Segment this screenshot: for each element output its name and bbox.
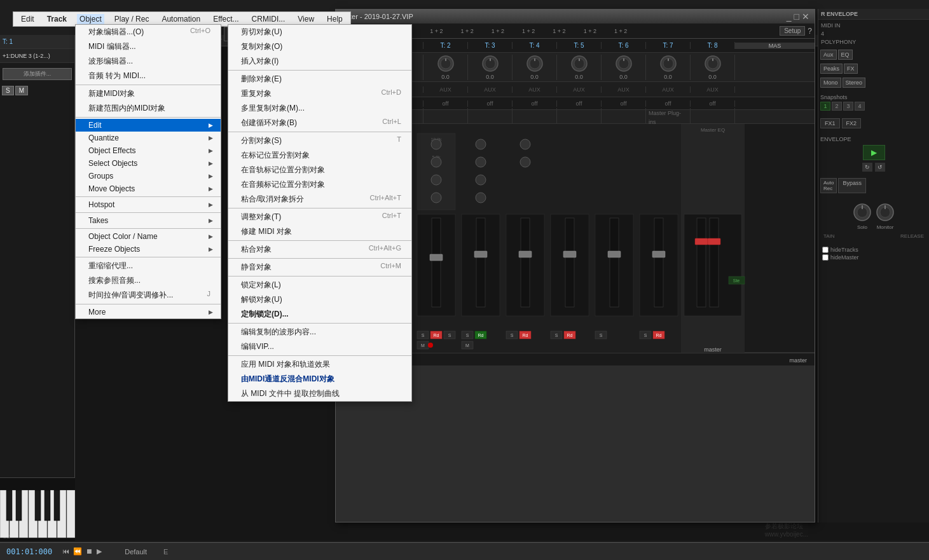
skip-start-btn[interactable]: ⏮ (62, 547, 69, 556)
edit-split-marker[interactable]: 在标记位置分割对象 (228, 148, 411, 163)
edit-copy[interactable]: 复制对象(O) (228, 39, 411, 54)
stop-btn[interactable]: ⏹ (86, 547, 93, 556)
edit-extract-midi-curves[interactable]: 从 MIDI 文件中 提取控制曲线 (228, 386, 411, 401)
edit-lock[interactable]: 锁定对象(L) (228, 278, 411, 292)
snap-2[interactable]: 2 (832, 102, 842, 111)
knob-3[interactable] (481, 55, 499, 72)
add-plugin-button[interactable]: 添加插件... (3, 68, 72, 80)
menu-item-new-midi[interactable]: 新建MIDI对象 (76, 86, 221, 101)
loop-fwd-btn[interactable]: ↻ (862, 163, 872, 172)
menu-item-audio-midi[interactable]: 音频 转为 MIDI... (76, 69, 221, 83)
play-btn[interactable]: ▶ (97, 547, 102, 556)
off-ch5[interactable]: off (557, 100, 602, 107)
edit-mute[interactable]: 静音对象 Ctrl+M (228, 260, 411, 275)
menu-item-new-range-midi[interactable]: 新建范围内的MIDI对象 (76, 101, 221, 116)
mono-btn[interactable]: Mono (820, 78, 841, 88)
menu-help[interactable]: Help (324, 14, 345, 24)
menu-item-quantize[interactable]: Quantize ▶ (76, 132, 221, 144)
off-ch7[interactable]: off (646, 100, 691, 107)
snap-1[interactable]: 1 (820, 102, 830, 111)
edit-apply-midi-effects[interactable]: 应用 MIDI 对象和轨道效果 (228, 357, 411, 372)
menu-item-object-effects[interactable]: Object Effects ▶ (76, 144, 221, 157)
menu-play-rec[interactable]: Play / Rec (112, 14, 152, 24)
edit-split[interactable]: 分割对象(S) T (228, 133, 411, 148)
stereo-btn[interactable]: Stereo (843, 78, 866, 88)
menu-item-midi-editor[interactable]: MIDI 编辑器... (76, 39, 221, 54)
edit-demix-midi[interactable]: 由MIDI通道反混合MIDI对象 (228, 372, 411, 386)
edit-delete[interactable]: 删除对象(E) (228, 72, 411, 86)
menu-item-freeze-objects[interactable]: Freeze Objects ▶ (76, 243, 221, 256)
off-ch8[interactable]: off (691, 100, 735, 107)
edit-paste[interactable]: 插入对象(I) (228, 54, 411, 69)
eq-btn[interactable]: EQ (838, 50, 853, 60)
knob-7[interactable] (659, 55, 677, 72)
menu-view[interactable]: View (295, 14, 317, 24)
edit-trim[interactable]: 调整对象(T) Ctrl+T (228, 210, 411, 224)
knob-8[interactable] (704, 55, 722, 72)
solo-knob[interactable] (852, 202, 872, 222)
auto-rec-btn[interactable]: AutoRec (820, 178, 837, 193)
edit-split-track-marker[interactable]: 在音轨标记位置分割对象 (228, 163, 411, 177)
fx1-btn[interactable]: FX1 (820, 118, 840, 128)
menu-automation[interactable]: Automation (159, 14, 203, 24)
off-ch3[interactable]: off (468, 100, 513, 107)
edit-duplicate[interactable]: 重复对象 Ctrl+D (228, 86, 411, 101)
edit-custom-lock[interactable]: 定制锁定(D)... (228, 307, 411, 322)
menu-track[interactable]: Track (45, 14, 69, 24)
peaks-btn[interactable]: Peaks (820, 64, 843, 74)
edit-edit-wave[interactable]: 编辑复制的波形内容... (228, 325, 411, 339)
menu-item-move-objects[interactable]: Move Objects ▶ (76, 182, 221, 195)
setup-button[interactable]: Setup (780, 26, 805, 36)
off-ch4[interactable]: off (513, 100, 557, 107)
menu-item-time-stretch[interactable]: 时间拉伸/音调变调修补... J (76, 288, 221, 303)
edit-split-audio-marker[interactable]: 在音频标记位置分割对象 (228, 177, 411, 192)
menu-item-edit[interactable]: Edit ▶ (76, 119, 221, 132)
menu-item-takes[interactable]: Takes ▶ (76, 214, 221, 227)
snap-3[interactable]: 3 (843, 102, 853, 111)
edit-unlock[interactable]: 解锁对象(U) (228, 292, 411, 307)
edit-trim-midi[interactable]: 修建 MIDI 对象 (228, 224, 411, 239)
menu-item-search-ref[interactable]: 搜索参照音频... (76, 273, 221, 288)
knob-2[interactable] (437, 55, 455, 72)
edit-edit-vip[interactable]: 编辑VIP... (228, 339, 411, 354)
menu-item-object-color-name[interactable]: Object Color / Name ▶ (76, 230, 221, 243)
rewind-btn[interactable]: ⏪ (73, 547, 82, 556)
off-ch6[interactable]: off (602, 100, 646, 107)
aux-btn[interactable]: Aux (820, 50, 837, 60)
envelope-play-btn[interactable]: ▶ (863, 145, 885, 160)
knob-6[interactable] (615, 55, 633, 72)
bypass-btn[interactable]: Bypass (838, 178, 866, 193)
menu-edit[interactable]: Edit (18, 14, 37, 24)
track-row-1[interactable]: +1:DUNE 3 (1-2...) (0, 49, 74, 63)
fx2-btn[interactable]: FX2 (842, 118, 862, 128)
mixer-help[interactable]: ? (808, 27, 812, 36)
menu-effect[interactable]: Effect... (210, 14, 241, 24)
edit-multi-copy[interactable]: 多里复制对象(M)... (228, 101, 411, 116)
menu-item-hotspot[interactable]: Hotspot ▶ (76, 198, 221, 211)
fx-btn[interactable]: FX (844, 64, 858, 74)
mute-button[interactable]: M (15, 86, 28, 95)
mixer-maximize-btn[interactable]: □ (794, 11, 799, 22)
hide-tracks-checkbox[interactable] (822, 247, 829, 253)
menu-item-more[interactable]: More ▶ (76, 306, 221, 318)
menu-crmidi[interactable]: CRMIDI... (249, 14, 288, 24)
menu-item-select-objects[interactable]: Select Objects ▶ (76, 157, 221, 170)
edit-glue-unsplit[interactable]: 粘合/取消对象拆分 Ctrl+Alt+T (228, 192, 411, 207)
menu-item-proxy[interactable]: 重缩缩代理... (76, 259, 221, 273)
off-ch2[interactable]: off (423, 100, 468, 107)
hide-master-checkbox[interactable] (822, 254, 829, 261)
edit-glue[interactable]: 粘合对象 Ctrl+Alt+G (228, 242, 411, 257)
snap-4[interactable]: 4 (855, 102, 865, 111)
mixer-minimize-btn[interactable]: _ (787, 11, 792, 22)
menu-item-wave-editor[interactable]: 波形编辑器... (76, 54, 221, 69)
loop-back-btn[interactable]: ↺ (875, 163, 885, 172)
knob-5[interactable] (570, 55, 588, 72)
menu-item-groups[interactable]: Groups ▶ (76, 170, 221, 182)
knob-4[interactable] (526, 55, 544, 72)
edit-create-loop[interactable]: 创建循环对象(B) Ctrl+L (228, 116, 411, 130)
menu-object[interactable]: Object (77, 14, 104, 24)
edit-cut[interactable]: 剪切对象(U) (228, 25, 411, 39)
solo-button[interactable]: S (2, 86, 14, 95)
mixer-close-btn[interactable]: ✕ (802, 11, 809, 22)
monitor-knob[interactable] (875, 202, 895, 222)
